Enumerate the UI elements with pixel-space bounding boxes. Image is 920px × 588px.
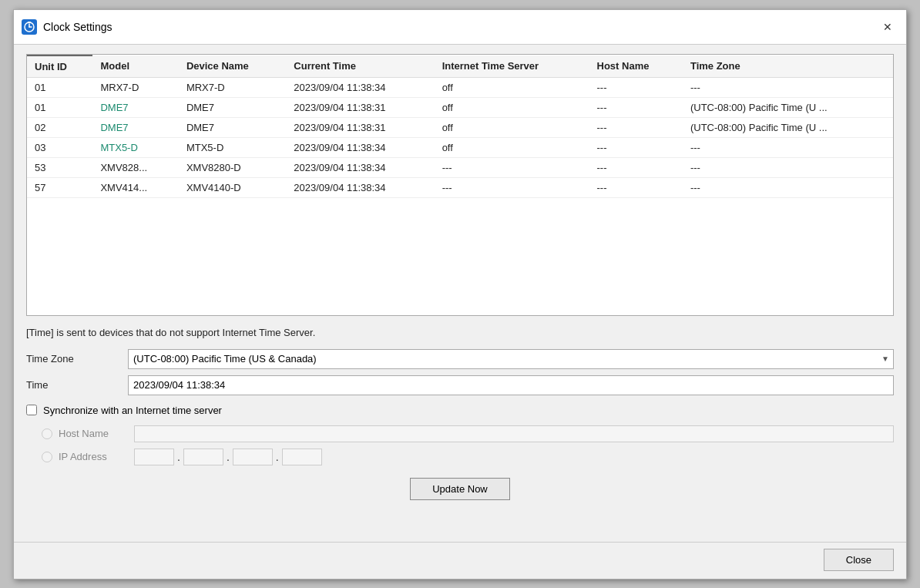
device-table: Unit ID Model Device Name Current Time I… bbox=[27, 55, 893, 198]
window-close-button[interactable]: ✕ bbox=[877, 16, 898, 38]
update-now-button[interactable]: Update Now bbox=[410, 478, 510, 500]
table-row: 57 XMV414... XMV4140-D 2023/09/04 11:38:… bbox=[27, 177, 893, 197]
cell-current-time: 2023/09/04 11:38:34 bbox=[286, 137, 434, 157]
ip-octet-2[interactable] bbox=[183, 449, 223, 465]
cell-internet-time-server: off bbox=[435, 77, 589, 97]
cell-internet-time-server: off bbox=[435, 117, 589, 137]
col-model: Model bbox=[92, 55, 178, 78]
close-dialog-button[interactable]: Close bbox=[824, 549, 894, 571]
col-unit-id: Unit ID bbox=[27, 55, 92, 78]
sync-checkbox[interactable] bbox=[26, 405, 37, 415]
cell-unit-id: 01 bbox=[27, 97, 92, 117]
host-name-input[interactable] bbox=[134, 425, 894, 442]
col-device-name: Device Name bbox=[179, 55, 286, 78]
dialog-body: Unit ID Model Device Name Current Time I… bbox=[14, 45, 906, 542]
cell-internet-time-server: --- bbox=[435, 177, 589, 197]
timezone-select[interactable]: (UTC-12:00) International Date Line West… bbox=[128, 349, 894, 369]
cell-device-name: XMV8280-D bbox=[179, 157, 286, 177]
cell-unit-id: 53 bbox=[27, 157, 92, 177]
time-label: Time bbox=[26, 379, 119, 391]
host-name-radio-label: Host Name bbox=[59, 428, 128, 439]
table-row: 03 MTX5-D MTX5-D 2023/09/04 11:38:34 off… bbox=[27, 137, 893, 157]
col-host-name: Host Name bbox=[589, 55, 683, 78]
cell-current-time: 2023/09/04 11:38:31 bbox=[286, 117, 434, 137]
ip-inputs: . . . bbox=[134, 449, 322, 465]
cell-time-zone: (UTC-08:00) Pacific Time (U ... bbox=[683, 97, 893, 117]
dialog-title: Clock Settings bbox=[43, 21, 112, 33]
sync-checkbox-row: Synchronize with an Internet time server bbox=[26, 402, 894, 419]
form-section: Time Zone (UTC-12:00) International Date… bbox=[26, 349, 894, 503]
cell-host-name: --- bbox=[589, 157, 683, 177]
cell-device-name: MRX7-D bbox=[179, 77, 286, 97]
ip-octet-4[interactable] bbox=[282, 449, 322, 465]
table-row: 01 MRX7-D MRX7-D 2023/09/04 11:38:34 off… bbox=[27, 77, 893, 97]
cell-current-time: 2023/09/04 11:38:34 bbox=[286, 77, 434, 97]
device-table-container: Unit ID Model Device Name Current Time I… bbox=[26, 54, 894, 316]
cell-time-zone: (UTC-08:00) Pacific Time (U ... bbox=[683, 117, 893, 137]
cell-model: DME7 bbox=[92, 117, 178, 137]
col-current-time: Current Time bbox=[286, 55, 434, 78]
cell-host-name: --- bbox=[589, 137, 683, 157]
cell-internet-time-server: off bbox=[435, 137, 589, 157]
cell-host-name: --- bbox=[589, 97, 683, 117]
app-icon bbox=[22, 19, 37, 35]
ip-dot-3: . bbox=[276, 451, 279, 463]
cell-unit-id: 03 bbox=[27, 137, 92, 157]
cell-model: XMV828... bbox=[92, 157, 178, 177]
cell-model: MRX7-D bbox=[92, 77, 178, 97]
time-input[interactable] bbox=[128, 375, 894, 395]
cell-device-name: DME7 bbox=[179, 117, 286, 137]
title-bar-left: Clock Settings bbox=[22, 19, 112, 35]
ip-address-radio-row: IP Address . . . bbox=[42, 449, 894, 465]
cell-model: DME7 bbox=[92, 97, 178, 117]
cell-host-name: --- bbox=[589, 77, 683, 97]
ip-address-radio-label: IP Address bbox=[59, 451, 128, 462]
cell-time-zone: --- bbox=[683, 157, 893, 177]
dialog-footer: Close bbox=[14, 542, 906, 579]
table-row: 02 DME7 DME7 2023/09/04 11:38:31 off ---… bbox=[27, 117, 893, 137]
table-header-row: Unit ID Model Device Name Current Time I… bbox=[27, 55, 893, 78]
time-row: Time bbox=[26, 375, 894, 395]
cell-time-zone: --- bbox=[683, 77, 893, 97]
ip-octet-3[interactable] bbox=[233, 449, 273, 465]
table-row: 01 DME7 DME7 2023/09/04 11:38:31 off ---… bbox=[27, 97, 893, 117]
col-internet-time-server: Internet Time Server bbox=[435, 55, 589, 78]
cell-device-name: DME7 bbox=[179, 97, 286, 117]
cell-unit-id: 01 bbox=[27, 77, 92, 97]
timezone-label: Time Zone bbox=[26, 353, 119, 365]
cell-internet-time-server: off bbox=[435, 97, 589, 117]
cell-device-name: MTX5-D bbox=[179, 137, 286, 157]
timezone-row: Time Zone (UTC-12:00) International Date… bbox=[26, 349, 894, 369]
timezone-select-wrapper: (UTC-12:00) International Date Line West… bbox=[128, 349, 894, 369]
svg-rect-3 bbox=[28, 22, 31, 23]
cell-device-name: XMV4140-D bbox=[179, 177, 286, 197]
ip-dot-2: . bbox=[227, 451, 230, 463]
cell-current-time: 2023/09/04 11:38:34 bbox=[286, 177, 434, 197]
cell-unit-id: 57 bbox=[27, 177, 92, 197]
cell-model: MTX5-D bbox=[92, 137, 178, 157]
table-row: 53 XMV828... XMV8280-D 2023/09/04 11:38:… bbox=[27, 157, 893, 177]
radio-section: Host Name IP Address . . . bbox=[26, 425, 894, 465]
cell-current-time: 2023/09/04 11:38:31 bbox=[286, 97, 434, 117]
cell-host-name: --- bbox=[589, 177, 683, 197]
ip-address-radio[interactable] bbox=[42, 452, 52, 462]
cell-internet-time-server: --- bbox=[435, 157, 589, 177]
cell-host-name: --- bbox=[589, 117, 683, 137]
title-bar: Clock Settings ✕ bbox=[14, 10, 906, 45]
info-text: [Time] is sent to devices that do not su… bbox=[26, 324, 894, 341]
cell-current-time: 2023/09/04 11:38:34 bbox=[286, 157, 434, 177]
clock-settings-dialog: Clock Settings ✕ Unit ID Model Device Na… bbox=[13, 9, 907, 580]
cell-time-zone: --- bbox=[683, 137, 893, 157]
cell-unit-id: 02 bbox=[27, 117, 92, 137]
ip-octet-1[interactable] bbox=[134, 449, 174, 465]
ip-dot-1: . bbox=[177, 451, 180, 463]
update-button-row: Update Now bbox=[26, 472, 894, 503]
cell-time-zone: --- bbox=[683, 177, 893, 197]
host-name-radio-row: Host Name bbox=[42, 425, 894, 442]
col-time-zone: Time Zone bbox=[683, 55, 893, 78]
host-name-radio[interactable] bbox=[42, 428, 52, 439]
cell-model: XMV414... bbox=[92, 177, 178, 197]
sync-label: Synchronize with an Internet time server bbox=[43, 405, 222, 416]
